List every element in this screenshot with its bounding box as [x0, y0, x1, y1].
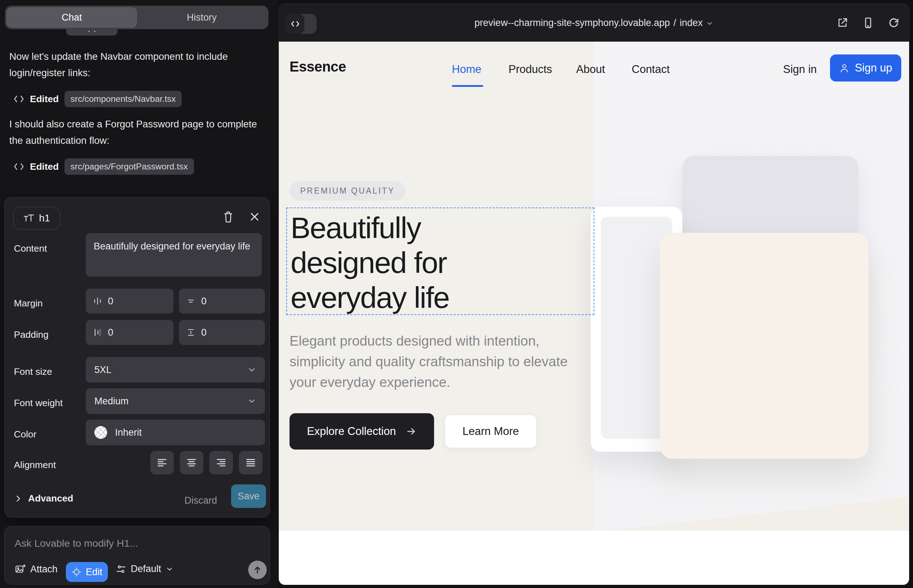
- explore-collection-label: Explore Collection: [307, 425, 396, 438]
- font-size-value: 5XL: [94, 365, 112, 375]
- hero-badge: PREMIUM QUALITY: [290, 181, 406, 200]
- margin-y-input[interactable]: 0: [179, 289, 265, 313]
- learn-more-button[interactable]: Learn More: [445, 415, 537, 448]
- color-label: Color: [14, 429, 36, 440]
- margin-vertical-icon: [186, 297, 196, 306]
- arrow-right-icon: [406, 426, 417, 437]
- element-editor-panel: h1 Content Beautifully designed for ever…: [4, 197, 270, 517]
- refresh-icon[interactable]: [888, 17, 900, 29]
- hero-heading-line: everyday life: [291, 280, 554, 315]
- edited-file-chip[interactable]: src/components/Navbar.tsx: [65, 91, 181, 107]
- delete-element-button[interactable]: [221, 209, 235, 225]
- content-input[interactable]: Beautifully designed for everyday life: [86, 233, 262, 276]
- preview-url-bar[interactable]: preview--charming-site-symphony.lovable.…: [279, 4, 909, 42]
- margin-horizontal-icon: [93, 297, 102, 306]
- font-weight-select[interactable]: Medium: [86, 388, 265, 414]
- element-tag-name: h1: [39, 213, 50, 224]
- preview-url: preview--charming-site-symphony.lovable.…: [475, 18, 670, 29]
- margin-label: Margin: [14, 298, 43, 309]
- composer-input[interactable]: [15, 535, 260, 551]
- chevron-down-icon: [165, 565, 173, 573]
- alignment-label: Alignment: [14, 459, 56, 470]
- color-swatch: [94, 426, 107, 439]
- padding-label: Padding: [14, 329, 49, 340]
- padding-y-input[interactable]: 0: [179, 320, 265, 345]
- padding-x-input[interactable]: 0: [86, 320, 173, 345]
- padding-y-value: 0: [201, 327, 207, 338]
- align-justify-button[interactable]: [239, 451, 262, 475]
- chevron-right-icon: [15, 495, 22, 502]
- margin-x-value: 0: [108, 296, 113, 307]
- hero-description: Elegant products designed with intention…: [290, 331, 585, 393]
- decorative-card-beige: [660, 233, 868, 459]
- advanced-toggle[interactable]: Advanced: [15, 493, 73, 504]
- open-external-icon[interactable]: [837, 17, 848, 29]
- chat-composer: Attach Edit Default: [4, 526, 270, 585]
- mode-label: Default: [131, 564, 161, 575]
- font-weight-label: Font weight: [14, 397, 63, 409]
- hero-heading[interactable]: Beautifully designed for everyday life: [291, 210, 554, 315]
- nav-home-underline: [452, 85, 483, 87]
- color-value: Inherit: [115, 427, 142, 438]
- chat-history-tabbar: Chat History: [5, 6, 269, 29]
- code-icon: [13, 95, 24, 103]
- mobile-view-icon[interactable]: [862, 17, 874, 29]
- edited-file-row: Edited src/pages/ForgotPassword.tsx: [13, 157, 194, 176]
- chat-sidebar: Chat History Now let's update the Navbar…: [0, 0, 278, 588]
- target-icon: [71, 567, 81, 577]
- color-select[interactable]: Inherit: [86, 420, 265, 445]
- edited-label: Edited: [30, 94, 59, 105]
- save-button[interactable]: Save: [231, 485, 266, 508]
- mode-selector[interactable]: Default: [116, 564, 173, 575]
- site-logo[interactable]: Essence: [290, 59, 346, 75]
- margin-y-value: 0: [201, 296, 207, 307]
- code-icon: [13, 163, 24, 171]
- element-tag-pill: h1: [13, 207, 60, 229]
- tab-chat[interactable]: Chat: [7, 8, 137, 27]
- attach-image-icon: [15, 564, 26, 575]
- edited-file-chip[interactable]: src/pages/ForgotPassword.tsx: [65, 158, 194, 175]
- assistant-message: Now let's update the Navbar component to…: [9, 48, 263, 81]
- url-separator: /: [673, 18, 676, 29]
- hero-heading-line: designed for: [291, 245, 554, 280]
- user-icon: [839, 63, 850, 73]
- align-left-button[interactable]: [150, 451, 174, 475]
- nav-link-products[interactable]: Products: [508, 63, 552, 76]
- chevron-down-icon: [706, 20, 713, 27]
- font-size-select[interactable]: 5XL: [86, 357, 265, 383]
- sign-up-label: Sign up: [855, 61, 892, 74]
- edit-mode-button[interactable]: Edit: [66, 562, 108, 582]
- discard-button[interactable]: Discard: [185, 495, 217, 506]
- align-center-button[interactable]: [180, 451, 203, 475]
- tab-history[interactable]: History: [137, 8, 267, 27]
- font-size-label: Font size: [14, 366, 52, 377]
- edit-label: Edit: [86, 567, 102, 578]
- advanced-label: Advanced: [28, 493, 73, 504]
- nav-link-contact[interactable]: Contact: [632, 63, 670, 76]
- sliders-icon: [116, 564, 126, 575]
- scrolled-pill-partial: [66, 29, 118, 36]
- chevron-down-icon: [247, 365, 256, 375]
- preview-panel: preview--charming-site-symphony.lovable.…: [278, 3, 910, 585]
- font-weight-value: Medium: [94, 396, 129, 407]
- close-panel-button[interactable]: [248, 209, 262, 225]
- align-right-button[interactable]: [209, 451, 233, 475]
- sign-up-button[interactable]: Sign up: [830, 55, 901, 81]
- chevron-down-icon: [247, 396, 256, 406]
- edited-file-row: Edited src/components/Navbar.tsx: [13, 90, 181, 108]
- padding-x-value: 0: [108, 327, 113, 338]
- assistant-message: I should also create a Forgot Password p…: [9, 116, 263, 149]
- nav-link-home[interactable]: Home: [452, 63, 481, 76]
- send-button[interactable]: [248, 561, 267, 579]
- lovable-app-screen: Chat History Now let's update the Navbar…: [0, 0, 913, 588]
- explore-collection-button[interactable]: Explore Collection: [290, 413, 434, 449]
- sign-in-link[interactable]: Sign in: [783, 63, 817, 76]
- content-label: Content: [14, 243, 47, 254]
- edited-label: Edited: [30, 161, 59, 172]
- padding-vertical-icon: [186, 328, 196, 337]
- nav-link-about[interactable]: About: [576, 63, 605, 76]
- attach-button[interactable]: Attach: [15, 564, 58, 575]
- hero-heading-line: Beautifully: [291, 210, 554, 245]
- text-type-icon: [23, 214, 34, 223]
- margin-x-input[interactable]: 0: [86, 289, 173, 313]
